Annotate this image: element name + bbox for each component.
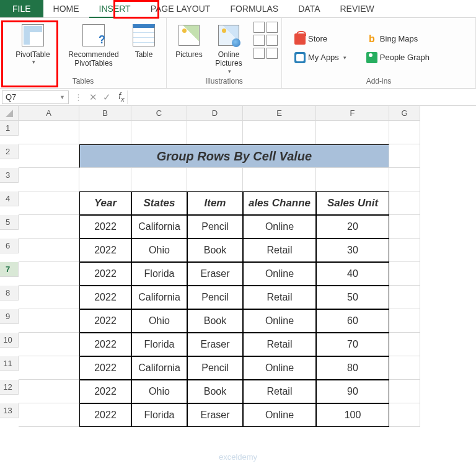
cell[interactable] xyxy=(389,121,420,144)
cell[interactable] xyxy=(79,168,131,191)
data-unit[interactable]: 100 xyxy=(316,403,389,427)
my-apps-button[interactable]: My Apps xyxy=(292,50,349,65)
icons-icon[interactable] xyxy=(253,48,265,59)
cell[interactable] xyxy=(19,262,79,286)
col-E[interactable]: E xyxy=(243,106,316,121)
header-unit[interactable]: Sales Unit xyxy=(316,191,389,215)
pictures-button[interactable]: Pictures xyxy=(170,19,208,59)
data-unit[interactable]: 90 xyxy=(316,380,389,403)
data-channel[interactable]: Retail xyxy=(243,239,316,262)
cell[interactable] xyxy=(389,403,420,427)
spreadsheet[interactable]: A B C D E F G 1 2 Group Rows By Cell Val… xyxy=(0,106,476,427)
row-4[interactable]: 4 xyxy=(0,191,19,206)
row-13[interactable]: 13 xyxy=(0,403,19,418)
data-item[interactable]: Book xyxy=(187,309,243,333)
row-10[interactable]: 10 xyxy=(0,333,19,348)
header-year[interactable]: Year xyxy=(79,191,131,215)
data-item[interactable]: Pencil xyxy=(187,286,243,309)
data-unit[interactable]: 60 xyxy=(316,309,389,333)
data-channel[interactable]: Online xyxy=(243,309,316,333)
tab-insert[interactable]: INSERT xyxy=(89,0,141,18)
bing-maps-button[interactable]: b Bing Maps xyxy=(364,32,432,46)
screenshot-icon[interactable] xyxy=(267,22,278,33)
data-item[interactable]: Pencil xyxy=(187,356,243,380)
row-7[interactable]: 7 xyxy=(0,262,19,277)
cell[interactable] xyxy=(19,168,79,191)
data-unit[interactable]: 40 xyxy=(316,262,389,286)
data-states[interactable]: Florida xyxy=(131,403,187,427)
data-item[interactable]: Book xyxy=(187,239,243,262)
cell[interactable] xyxy=(19,144,79,168)
cell[interactable] xyxy=(389,191,420,215)
data-item[interactable]: Pencil xyxy=(187,215,243,239)
row-8[interactable]: 8 xyxy=(0,286,19,301)
tab-pagelayout[interactable]: PAGE LAYOUT xyxy=(141,0,221,17)
pivottable-button[interactable]: PivotTable xyxy=(4,19,62,66)
formula-input[interactable] xyxy=(127,90,476,104)
tab-data[interactable]: DATA xyxy=(288,0,330,17)
data-unit[interactable]: 70 xyxy=(316,333,389,356)
data-year[interactable]: 2022 xyxy=(79,309,131,333)
row-12[interactable]: 12 xyxy=(0,380,19,395)
row-1[interactable]: 1 xyxy=(0,121,19,136)
cell[interactable] xyxy=(389,286,420,309)
data-channel[interactable]: Retail xyxy=(243,333,316,356)
tab-file[interactable]: FILE xyxy=(0,0,43,17)
cell[interactable] xyxy=(19,356,79,380)
cell[interactable] xyxy=(19,403,79,427)
cell[interactable] xyxy=(19,309,79,333)
header-item[interactable]: Item xyxy=(187,191,243,215)
tab-home[interactable]: HOME xyxy=(43,0,89,17)
data-year[interactable]: 2022 xyxy=(79,403,131,427)
cell[interactable] xyxy=(389,309,420,333)
data-year[interactable]: 2022 xyxy=(79,239,131,262)
row-11[interactable]: 11 xyxy=(0,356,19,371)
cell[interactable] xyxy=(19,121,79,144)
data-year[interactable]: 2022 xyxy=(79,215,131,239)
data-unit[interactable]: 20 xyxy=(316,215,389,239)
cell[interactable] xyxy=(316,121,389,144)
fx-button[interactable]: fx xyxy=(113,91,127,103)
data-states[interactable]: California xyxy=(131,286,187,309)
recommended-pivottables-button[interactable]: Recommended PivotTables xyxy=(64,19,123,68)
cell[interactable] xyxy=(389,144,420,168)
cell[interactable] xyxy=(389,356,420,380)
data-unit[interactable]: 80 xyxy=(316,356,389,380)
data-year[interactable]: 2022 xyxy=(79,356,131,380)
name-box[interactable]: Q7 ▼ xyxy=(2,90,69,104)
cell[interactable] xyxy=(19,239,79,262)
cancel-button[interactable]: ✕ xyxy=(86,92,100,103)
online-pictures-button[interactable]: Online Pictures xyxy=(210,19,247,75)
table-button[interactable]: Table xyxy=(125,19,162,59)
cell[interactable] xyxy=(131,121,187,144)
col-D[interactable]: D xyxy=(187,106,243,121)
cell[interactable] xyxy=(389,380,420,403)
header-channel[interactable]: ales Channe xyxy=(243,191,316,215)
data-item[interactable]: Eraser xyxy=(187,262,243,286)
data-channel[interactable]: Online xyxy=(243,356,316,380)
data-states[interactable]: Ohio xyxy=(131,380,187,403)
smartart-icon[interactable] xyxy=(253,35,265,46)
data-states[interactable]: Ohio xyxy=(131,239,187,262)
people-graph-button[interactable]: People Graph xyxy=(364,50,432,65)
store-button[interactable]: Store xyxy=(292,32,349,46)
cell[interactable] xyxy=(187,168,243,191)
col-G[interactable]: G xyxy=(389,106,420,121)
data-channel[interactable]: Retail xyxy=(243,380,316,403)
cell[interactable] xyxy=(19,191,79,215)
shapes-icon[interactable] xyxy=(253,22,265,33)
data-unit[interactable]: 50 xyxy=(316,286,389,309)
data-states[interactable]: Ohio xyxy=(131,309,187,333)
cell[interactable] xyxy=(389,333,420,356)
row-2[interactable]: 2 xyxy=(0,144,19,159)
chart-icon[interactable] xyxy=(267,35,278,46)
data-item[interactable]: Book xyxy=(187,380,243,403)
tab-formulas[interactable]: FORMULAS xyxy=(220,0,288,17)
data-channel[interactable]: Online xyxy=(243,403,316,427)
cell[interactable] xyxy=(19,215,79,239)
data-year[interactable]: 2022 xyxy=(79,262,131,286)
row-3[interactable]: 3 xyxy=(0,168,19,183)
row-9[interactable]: 9 xyxy=(0,309,19,324)
cell[interactable] xyxy=(19,333,79,356)
cell[interactable] xyxy=(316,168,389,191)
